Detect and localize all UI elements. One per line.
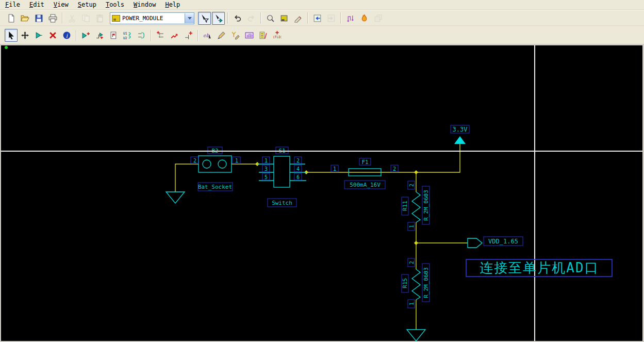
fuse-refdes[interactable]: F1 [361, 159, 368, 166]
move-button[interactable] [19, 29, 31, 42]
move-pin-button[interactable] [168, 29, 181, 42]
menu-help[interactable]: Help [162, 1, 183, 9]
move-pin-icon [170, 31, 179, 40]
selection-filter-button[interactable] [198, 12, 211, 25]
add-field-button[interactable]: (FLD) [271, 29, 284, 42]
view-button-group [197, 12, 385, 25]
menu-setup[interactable]: Setup [75, 1, 100, 9]
menu-view[interactable]: View [51, 1, 72, 9]
power-symbol-3v3[interactable]: 3.3V [451, 125, 469, 144]
r11-value-label[interactable]: R_2M_0603 [423, 190, 430, 221]
redo-icon [247, 14, 256, 23]
rename-net-button[interactable] [229, 29, 242, 42]
toolbar-separator [307, 12, 308, 24]
toolbar-separator [260, 12, 261, 24]
sheet-minus-icon [280, 14, 289, 23]
switch-pin-1: 1 [265, 158, 268, 164]
chevron-down-icon [188, 17, 192, 22]
component-r15[interactable]: 2 R15 R_2M_0603 1 [402, 258, 430, 308]
swap-pins-button[interactable] [135, 29, 148, 42]
selection-filter-icon [200, 14, 209, 23]
zoom-button[interactable] [264, 12, 277, 25]
query-button[interactable]: i [60, 29, 73, 42]
sheet-minus-button[interactable] [278, 12, 291, 25]
ground-symbol-left[interactable] [166, 192, 185, 203]
sheet-border-lines [1, 45, 642, 342]
bat-socket-name-label[interactable]: Bat_Socket [198, 184, 232, 190]
r15-pin-1: 1 [409, 302, 415, 305]
menu-edit[interactable]: Edit [26, 1, 47, 9]
annotation-text-box[interactable]: 连接至单片机AD口 [466, 259, 612, 276]
net-select-icon [214, 14, 223, 23]
new-sheet-icon [109, 31, 118, 40]
sheet-selector-value: POWER_MODULE [122, 15, 185, 22]
r15-value-label[interactable]: R_2M_0603 [423, 267, 430, 298]
edit-button-group: iU1U2ebdb(FLD) [4, 29, 284, 42]
toolbar-separator [197, 30, 199, 41]
app-window: FileEditViewSetupToolsWindowHelp POWER_M… [0, 0, 644, 342]
edit-attributes-button[interactable]: eb [201, 29, 214, 42]
fuse-pin-2: 2 [393, 166, 396, 172]
open-file-button[interactable] [19, 12, 31, 25]
redraw-brush-button[interactable] [292, 12, 305, 25]
schematic-canvas[interactable]: 3.3V B2 2 1 Bat_Socket [0, 44, 644, 342]
previous-sheet-button[interactable] [311, 12, 324, 25]
add-connection-button[interactable] [93, 29, 106, 42]
r15-refdes[interactable]: R15 [402, 278, 408, 288]
measure-button[interactable] [257, 29, 270, 42]
sheet-selector[interactable]: POWER_MODULE [110, 12, 194, 24]
set-pin-number-button[interactable] [154, 29, 167, 42]
vdd-net-label[interactable]: VDD_1.65 [488, 238, 518, 245]
save-file-button[interactable] [32, 12, 45, 25]
r11-refdes[interactable]: R11 [402, 201, 408, 211]
zoom-icon [266, 14, 275, 23]
toolbar-separator [76, 30, 77, 41]
edit-graphics-icon [217, 31, 226, 40]
ground-symbol-bottom[interactable] [407, 330, 425, 341]
print-icon [48, 14, 57, 23]
save-file-icon [35, 14, 43, 23]
component-fuse[interactable]: F1 1 2 500mA_16V [331, 158, 398, 189]
sheet-selector-dropdown-button[interactable] [185, 13, 194, 23]
component-bat-socket[interactable]: B2 2 1 Bat_Socket [191, 147, 240, 191]
menu-bar: FileEditViewSetupToolsWindowHelp [0, 0, 644, 10]
new-sheet-button[interactable] [107, 29, 120, 42]
delete-button[interactable] [46, 29, 59, 42]
toolbar-separator [62, 12, 63, 24]
redo-button [245, 12, 258, 25]
add-field-icon: (FLD) [273, 31, 282, 40]
menu-file[interactable]: File [2, 1, 23, 9]
add-pin-button[interactable] [182, 29, 195, 42]
database-button[interactable]: db [243, 29, 256, 42]
edit-graphics-button[interactable] [215, 29, 228, 42]
copy-gate-button[interactable] [32, 29, 45, 42]
route-notes-button[interactable] [344, 12, 357, 25]
net-select-button[interactable] [212, 12, 225, 25]
new-file-button[interactable] [5, 12, 18, 25]
menu-window[interactable]: Window [130, 1, 159, 9]
menu-tools[interactable]: Tools [103, 1, 127, 9]
copy-gate-icon [35, 31, 43, 40]
swap-gates-button[interactable]: U1U2 [121, 29, 134, 42]
copy-icon [81, 14, 90, 23]
fuse-value-label[interactable]: 500mA_16V [350, 182, 381, 188]
power-net-label[interactable]: 3.3V [453, 126, 468, 133]
select-button[interactable] [5, 29, 18, 42]
query-icon: i [62, 31, 71, 40]
undo-button[interactable] [231, 12, 244, 25]
component-switch[interactable]: S1 1 3 5 2 4 6 Switch [257, 147, 306, 207]
origin-dot [5, 46, 8, 49]
offpage-connector-vdd[interactable]: VDD_1.65 [468, 237, 523, 248]
fuse-pin-1: 1 [333, 166, 336, 172]
next-sheet-icon [327, 14, 336, 23]
delete-icon [48, 31, 57, 40]
switch-pin-4: 4 [296, 166, 300, 172]
svg-text:db: db [246, 33, 252, 38]
add-part-button[interactable] [79, 29, 92, 42]
highlight-flame-button[interactable] [358, 12, 371, 25]
switch-name-label[interactable]: Switch [272, 200, 292, 206]
component-r11[interactable]: 2 R11 R_2M_0603 1 [402, 181, 430, 231]
move-icon [21, 31, 29, 40]
print-button[interactable] [46, 12, 59, 25]
annotation-text[interactable]: 连接至单片机AD口 [480, 260, 599, 275]
